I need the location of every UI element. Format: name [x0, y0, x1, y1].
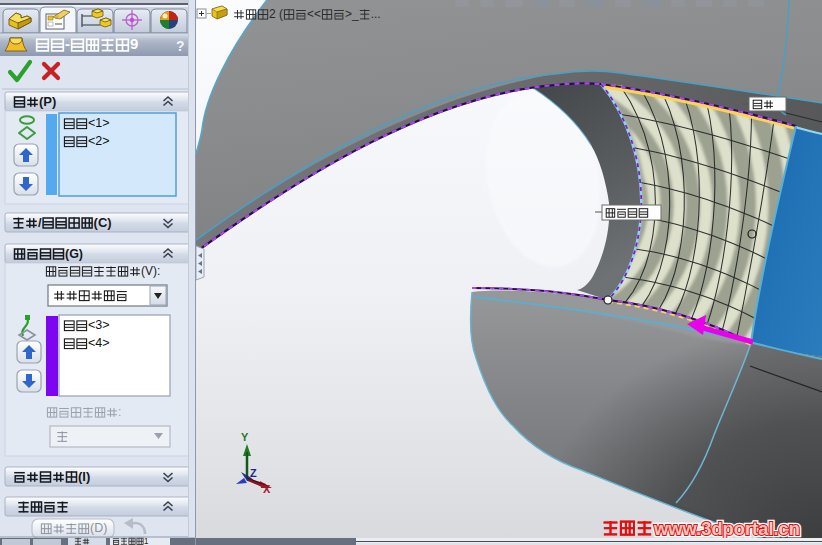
svg-text:(C): (C) — [94, 215, 112, 230]
svg-text:/: / — [38, 215, 42, 230]
svg-text:-: - — [65, 35, 70, 52]
svg-text:X: X — [263, 483, 271, 495]
svg-text:(D): (D) — [90, 520, 107, 535]
svg-text:<<: << — [307, 7, 321, 21]
svg-text:Y: Y — [241, 431, 249, 443]
svg-text:www.3dportal.cn: www.3dportal.cn — [653, 519, 800, 539]
svg-text:...: ... — [371, 7, 381, 21]
svg-text:1: 1 — [144, 537, 149, 545]
svg-text::: : — [118, 405, 121, 419]
svg-text:2 (: 2 ( — [269, 7, 283, 21]
svg-text:<3>: <3> — [88, 317, 110, 332]
svg-text:(V):: (V): — [141, 264, 160, 278]
svg-text:9: 9 — [130, 35, 138, 52]
svg-text:>_: >_ — [345, 7, 359, 21]
svg-text:(G): (G) — [65, 246, 83, 261]
svg-text:(P): (P) — [39, 94, 56, 109]
svg-text:?: ? — [176, 38, 185, 54]
svg-text:(I): (I) — [78, 469, 90, 484]
svg-text:<1>: <1> — [88, 115, 110, 130]
svg-text:<2>: <2> — [88, 133, 110, 148]
svg-text:Z: Z — [250, 467, 257, 479]
svg-text:<4>: <4> — [88, 335, 110, 350]
